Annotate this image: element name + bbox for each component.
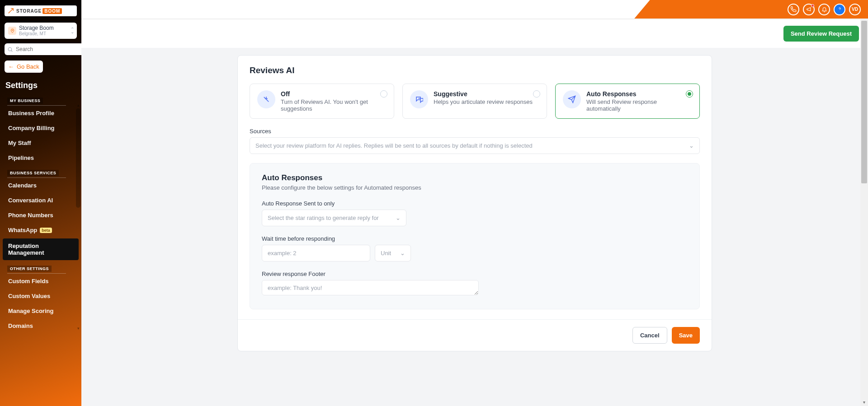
phone-icon [791, 6, 797, 12]
sidebar-scrollbar[interactable]: ▴ ▾ [76, 108, 80, 325]
sidebar-item-label: Calendars [8, 182, 37, 189]
question-icon [837, 6, 843, 12]
sidebar-item-phone-numbers[interactable]: Phone Numbers [0, 208, 81, 223]
chevron-down-icon: ⌄ [400, 250, 405, 257]
beta-badge: beta [40, 228, 52, 233]
sidebar-scroll-thumb[interactable] [76, 108, 80, 208]
option-description: Turn of Reviews AI. You won't get sugges… [281, 98, 387, 112]
radio-indicator [380, 90, 387, 98]
send-review-request-button[interactable]: Send Review Request [783, 26, 859, 42]
wait-unit-placeholder: Unit [381, 250, 391, 257]
logo-arrow-icon [7, 7, 14, 14]
reviews-ai-card: Reviews AI OffTurn of Reviews AI. You wo… [237, 55, 712, 351]
option-suggestive[interactable]: SuggestiveHelps you articulate review re… [402, 84, 547, 119]
sidebar-group-label: OTHER SETTINGS [7, 266, 52, 272]
sidebar-group-label: BUSINESS SERVICES [7, 170, 59, 176]
sidebar-item-conversation-ai[interactable]: Conversation AI [0, 193, 81, 208]
reviews-ai-title: Reviews AI [250, 65, 700, 75]
footer-label: Review response Footer [262, 271, 688, 277]
sidebar-item-custom-values[interactable]: Custom Values [0, 289, 81, 303]
sidebar: STORAGEBOOM Storage Boom Belgrade, MT ⌃⌄… [0, 0, 81, 406]
star-rating-select[interactable]: Select the star ratings to generate repl… [262, 210, 406, 226]
scroll-down-icon[interactable]: ▾ [76, 326, 80, 331]
arrow-left-icon: ← [8, 63, 14, 70]
svg-point-0 [12, 30, 13, 31]
sidebar-item-business-profile[interactable]: Business Profile [0, 106, 81, 121]
radio-indicator [686, 90, 693, 98]
sidebar-item-label: Pipelines [8, 154, 34, 161]
bell-icon [821, 6, 827, 12]
sidebar-item-label: Conversation AI [8, 197, 53, 204]
sidebar-item-whatsapp[interactable]: WhatsAppbeta [0, 223, 81, 238]
sidebar-item-domains[interactable]: Domains [0, 318, 81, 333]
go-back-button[interactable]: ← Go Back [5, 61, 43, 73]
sidebar-item-my-staff[interactable]: My Staff [0, 135, 81, 150]
sources-select[interactable]: Select your review platform for AI repli… [250, 137, 700, 154]
page-scroll-thumb[interactable] [861, 21, 867, 183]
option-off[interactable]: OffTurn of Reviews AI. You won't get sug… [250, 84, 394, 119]
search-icon [7, 47, 13, 52]
location-switcher[interactable]: Storage Boom Belgrade, MT ⌃⌄ [5, 23, 77, 39]
sidebar-item-label: Custom Fields [8, 278, 49, 285]
option-title: Suggestive [434, 90, 539, 98]
send-icon [563, 90, 581, 108]
brand-logo[interactable]: STORAGEBOOM [5, 5, 77, 16]
card-footer: Cancel Save [238, 319, 712, 351]
footer-textarea[interactable] [262, 280, 479, 295]
auto-responses-panel: Auto Responses Please configure the belo… [250, 163, 700, 309]
pin-icon [8, 27, 16, 35]
notifications-button[interactable] [818, 4, 830, 15]
option-title: Auto Responses [586, 90, 692, 98]
scroll-down-icon[interactable]: ▾ [860, 398, 868, 406]
phone-button[interactable] [788, 4, 799, 15]
user-avatar[interactable]: VD [849, 4, 861, 15]
scroll-up-icon[interactable]: ▴ [76, 103, 80, 107]
option-description: Will send Review response automatically [586, 98, 692, 112]
megaphone-icon [806, 6, 812, 12]
sources-label: Sources [250, 128, 700, 135]
radio-indicator [533, 90, 540, 98]
option-auto-responses[interactable]: Auto ResponsesWill send Review response … [555, 84, 700, 119]
sidebar-item-label: Phone Numbers [8, 212, 53, 219]
option-title: Off [281, 90, 387, 98]
chat-icon [410, 90, 428, 108]
sidebar-item-label: Domains [8, 322, 33, 329]
sidebar-item-label: My Staff [8, 140, 31, 146]
page-action-bar: Send Review Request [81, 19, 868, 48]
auto-responses-subtitle: Please configure the below settings for … [262, 184, 688, 191]
sources-placeholder: Select your review platform for AI repli… [255, 142, 533, 149]
sidebar-item-company-billing[interactable]: Company Billing [0, 121, 81, 135]
announcements-button[interactable] [803, 4, 815, 15]
sidebar-item-calendars[interactable]: Calendars [0, 178, 81, 193]
sidebar-item-custom-fields[interactable]: Custom Fields [0, 274, 81, 289]
location-subtitle: Belgrade, MT [19, 31, 54, 36]
search-input[interactable] [15, 46, 80, 53]
chevron-down-icon: ⌄ [689, 142, 694, 149]
sidebar-item-label: WhatsApp [8, 227, 37, 233]
settings-heading: Settings [0, 77, 81, 93]
sidebar-item-manage-scoring[interactable]: Manage Scoring [0, 303, 81, 318]
main-area: VD Send Review Request Reviews AI OffTur… [81, 0, 868, 406]
sidebar-item-label: Reputation Management [8, 243, 73, 256]
svg-point-1 [8, 47, 12, 51]
wait-time-label: Wait time before responding [262, 235, 688, 242]
sidebar-item-pipelines[interactable]: Pipelines [0, 150, 81, 165]
star-rating-placeholder: Select the star ratings to generate repl… [268, 215, 379, 221]
help-button[interactable] [834, 4, 845, 15]
chevron-updown-icon: ⌃⌄ [71, 28, 74, 33]
sidebar-item-label: Business Profile [8, 110, 54, 117]
cancel-button[interactable]: Cancel [632, 327, 667, 344]
wait-time-input[interactable] [262, 245, 370, 261]
wait-unit-select[interactable]: Unit ⌄ [375, 245, 411, 261]
sidebar-item-label: Company Billing [8, 125, 55, 131]
sidebar-item-label: Manage Scoring [8, 308, 53, 314]
chevron-down-icon: ⌄ [396, 215, 401, 221]
page-scrollbar[interactable]: ▴ ▾ [860, 19, 868, 406]
auto-responses-title: Auto Responses [262, 173, 688, 182]
notification-dot [811, 4, 814, 7]
topbar: VD [81, 0, 868, 19]
save-button[interactable]: Save [672, 327, 700, 344]
sidebar-group-label: MY BUSINESS [7, 98, 43, 104]
sidebar-item-reputation-management[interactable]: Reputation Management [3, 238, 79, 260]
option-description: Helps you articulate review responses [434, 98, 539, 105]
